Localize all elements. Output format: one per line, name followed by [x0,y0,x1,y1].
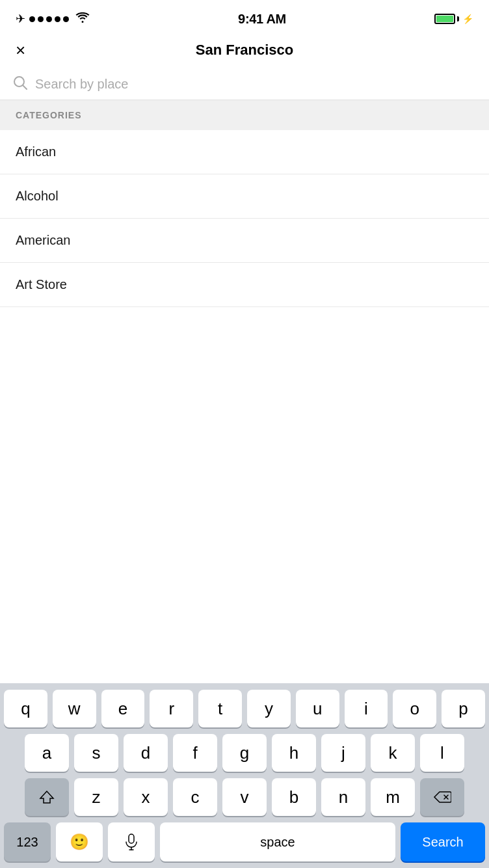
wifi-icon [75,12,90,26]
signal-dot-4 [55,16,60,22]
key-t[interactable]: t [198,690,242,727]
key-o[interactable]: o [393,690,436,727]
signal-dot-2 [38,16,44,22]
keyboard-row-2: a s d f g h j k l [4,734,485,772]
battery-container: ⚡ [434,14,473,24]
svg-line-1 [23,85,27,89]
category-item-text: American [16,233,70,247]
key-r[interactable]: r [150,690,193,727]
keyboard: q w e r t y u i o p a s d f g h j k l z … [0,683,489,868]
key-j[interactable]: j [321,734,365,772]
category-list: African Alcohol American Art Store [0,130,489,307]
status-left: ✈ [16,12,90,26]
signal-dot-5 [63,16,69,22]
page-header: × San Francisco [0,35,489,69]
search-button[interactable]: Search [401,822,485,861]
keyboard-row-1: q w e r t y u i o p [4,690,485,727]
key-emoji[interactable]: 🙂 [56,822,103,861]
key-l[interactable]: l [420,734,464,772]
search-icon [13,75,27,93]
key-m[interactable]: m [371,778,415,816]
status-bar: ✈ 9:41 AM ⚡ [0,0,489,35]
battery-tip [457,16,459,21]
key-u[interactable]: u [296,690,339,727]
key-s[interactable]: s [74,734,118,772]
category-item-alcohol[interactable]: Alcohol [0,174,489,219]
key-d[interactable]: d [124,734,168,772]
key-123[interactable]: 123 [4,822,51,861]
search-input[interactable] [35,77,476,92]
svg-rect-4 [129,834,134,843]
key-mic[interactable] [108,822,155,861]
key-c[interactable]: c [173,778,217,816]
key-k[interactable]: k [371,734,415,772]
status-right: ⚡ [434,14,473,24]
key-y[interactable]: y [247,690,291,727]
key-v[interactable]: v [222,778,267,816]
key-q[interactable]: q [4,690,47,727]
key-h[interactable]: h [272,734,316,772]
keyboard-row-3: z x c v b n m [4,778,485,816]
key-a[interactable]: a [25,734,69,772]
key-p[interactable]: p [442,690,485,727]
category-item-art-store[interactable]: Art Store [0,263,489,307]
close-button[interactable]: × [16,42,25,59]
key-z[interactable]: z [74,778,118,816]
category-item-african[interactable]: African [0,130,489,174]
key-x[interactable]: x [124,778,168,816]
key-backspace[interactable] [420,778,464,816]
key-w[interactable]: w [53,690,96,727]
key-n[interactable]: n [321,778,365,816]
category-item-american[interactable]: American [0,219,489,263]
key-space[interactable]: space [160,822,395,861]
category-item-text: African [16,144,56,159]
airplane-icon: ✈ [16,12,25,26]
battery-fill [436,16,453,22]
category-item-text: Alcohol [16,189,59,203]
signal-dots [29,16,69,22]
key-b[interactable]: b [272,778,316,816]
signal-dot-3 [46,16,52,22]
keyboard-bottom-row: 123 🙂 space Search [4,822,485,861]
categories-label: CATEGORIES [16,110,82,120]
key-e[interactable]: e [101,690,145,727]
page-title: San Francisco [196,42,293,59]
key-g[interactable]: g [222,734,267,772]
key-shift[interactable] [25,778,69,816]
search-bar [0,69,489,100]
battery-body [434,14,455,24]
categories-header: CATEGORIES [0,100,489,130]
signal-dot-1 [29,16,35,22]
category-item-text: Art Store [16,277,67,292]
battery-bolt-icon: ⚡ [462,14,473,24]
key-i[interactable]: i [345,690,388,727]
status-time: 9:41 AM [238,12,286,27]
key-f[interactable]: f [173,734,217,772]
